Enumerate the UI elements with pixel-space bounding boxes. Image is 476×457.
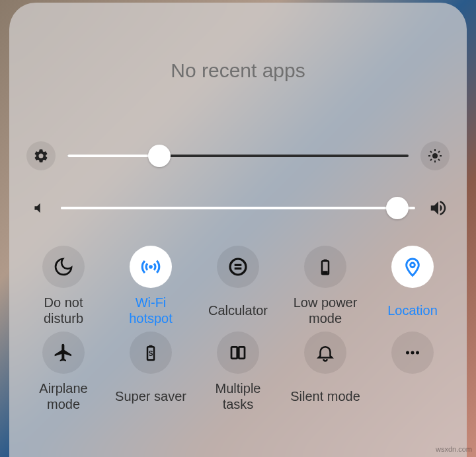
hotspot-icon — [130, 246, 172, 288]
svg-line-6 — [438, 159, 440, 160]
calculator-icon — [217, 246, 259, 288]
svg-point-24 — [416, 351, 419, 355]
svg-point-9 — [149, 265, 153, 269]
brightness-thumb[interactable] — [148, 145, 171, 167]
more-icon — [391, 332, 434, 374]
svg-line-7 — [430, 159, 432, 160]
svg-rect-14 — [324, 260, 327, 262]
tile-hotspot[interactable]: Wi-Fi hotspot — [108, 246, 193, 326]
volume-low-icon — [26, 197, 49, 219]
auto-brightness-button[interactable] — [420, 141, 450, 170]
svg-point-22 — [406, 351, 409, 355]
svg-rect-21 — [239, 347, 245, 359]
tile-calculator[interactable]: Calculator — [196, 246, 280, 326]
settings-button[interactable] — [26, 141, 56, 170]
moon-icon — [42, 246, 85, 288]
battery-saver-icon: S — [130, 332, 172, 374]
svg-text:S: S — [149, 350, 153, 357]
svg-line-8 — [438, 151, 440, 153]
svg-rect-18 — [149, 345, 153, 347]
volume-slider[interactable] — [61, 207, 415, 209]
svg-rect-15 — [323, 271, 328, 273]
svg-rect-20 — [231, 347, 237, 359]
volume-thumb[interactable] — [386, 197, 409, 219]
svg-point-16 — [411, 263, 415, 267]
bell-icon — [304, 332, 346, 374]
tile-multitask[interactable]: Multiple tasks — [196, 332, 280, 412]
tile-airplane[interactable]: Airplane mode — [21, 332, 106, 412]
volume-high-icon — [427, 197, 450, 219]
volume-row — [17, 184, 459, 232]
svg-point-10 — [230, 259, 246, 275]
tile-dnd[interactable]: Do not disturb — [21, 246, 106, 326]
gear-icon — [33, 148, 49, 164]
control-panel: No recent apps — [9, 3, 467, 457]
tile-more[interactable] — [370, 332, 455, 412]
quick-settings-grid: Do not disturb Wi-Fi hotspot Calculator … — [17, 232, 459, 412]
brightness-icon — [427, 148, 443, 164]
brightness-row — [17, 128, 459, 184]
svg-line-5 — [430, 151, 432, 153]
location-icon — [391, 246, 434, 288]
tile-silent[interactable]: Silent mode — [283, 332, 368, 412]
tile-low-power[interactable]: Low power mode — [283, 246, 368, 326]
watermark: wsxdn.com — [436, 445, 472, 453]
tile-super-saver[interactable]: S Super saver — [108, 332, 193, 412]
airplane-icon — [42, 332, 85, 374]
tile-location[interactable]: Location — [370, 246, 455, 326]
brightness-slider[interactable] — [67, 155, 409, 157]
split-screen-icon — [217, 332, 259, 374]
recent-apps-title: No recent apps — [17, 3, 459, 128]
svg-point-0 — [432, 153, 438, 158]
battery-low-icon — [304, 246, 346, 288]
svg-point-23 — [411, 351, 415, 355]
